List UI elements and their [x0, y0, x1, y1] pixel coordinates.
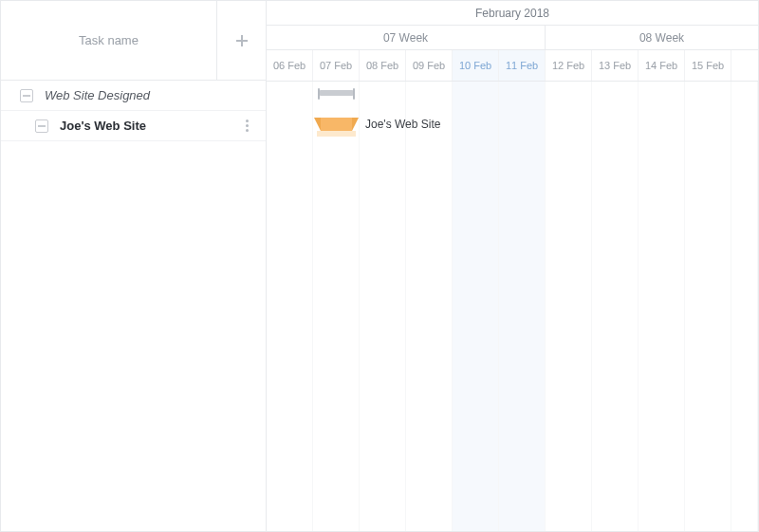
sidebar-header: Task name [1, 1, 266, 81]
timeline-grid-col [267, 82, 313, 531]
task-name-label: Web Site Designed [45, 88, 256, 102]
timeline-day-cell: 10 Feb [453, 50, 499, 81]
timeline-day-cell: 06 Feb [267, 50, 313, 81]
task-sidebar: Task name Web Site Designed Joe's Web Si… [1, 1, 267, 531]
timeline-grid-col [453, 82, 499, 531]
gantt-row [267, 82, 758, 112]
timeline-day-cell: 08 Feb [360, 50, 406, 81]
timeline-grid-col [731, 82, 758, 531]
timeline-day-cell: 13 Feb [592, 50, 639, 81]
plus-icon [234, 33, 250, 48]
timeline-grid-col [592, 82, 639, 531]
collapse-toggle[interactable] [20, 89, 33, 102]
task-row-menu-button[interactable] [237, 119, 256, 133]
task-bar[interactable]: Joe's Web Site [321, 118, 352, 137]
timeline-body[interactable]: Joe's Web Site [267, 82, 758, 531]
timeline-week-row: 07 Week08 Week [267, 26, 758, 50]
task-bar-shadow [317, 131, 356, 137]
timeline-week-cell: 07 Week [267, 26, 546, 49]
gantt-rows: Joe's Web Site [267, 82, 758, 142]
timeline-day-cell: 15 Feb [685, 50, 731, 81]
timeline-month-label: February 2018 [267, 1, 758, 26]
task-row[interactable]: Web Site Designed [1, 81, 266, 111]
collapse-toggle[interactable] [35, 119, 48, 133]
timeline-day-cell: 09 Feb [406, 50, 453, 81]
timeline-grid-col [546, 82, 592, 531]
timeline-day-row: 06 Feb07 Feb08 Feb09 Feb10 Feb11 Feb12 F… [267, 50, 758, 81]
dots-vertical-icon [246, 119, 249, 133]
task-bar-label: Joe's Web Site [365, 118, 440, 131]
timeline-day-cell: 11 Feb [499, 50, 546, 81]
timeline-grid [267, 82, 758, 531]
gantt-app: Task name Web Site Designed Joe's Web Si… [0, 0, 759, 532]
summary-bar[interactable] [319, 90, 354, 96]
task-row[interactable]: Joe's Web Site [1, 111, 266, 141]
task-name-label: Joe's Web Site [60, 119, 237, 133]
sidebar-header-label: Task name [1, 1, 216, 80]
timeline-grid-col [406, 82, 453, 531]
timeline-grid-col [639, 82, 685, 531]
timeline-grid-col [685, 82, 731, 531]
timeline-panel: February 2018 07 Week08 Week 06 Feb07 Fe… [267, 1, 758, 531]
minus-icon [23, 95, 30, 97]
task-row-list: Web Site Designed Joe's Web Site [1, 81, 266, 531]
timeline-grid-col [313, 82, 360, 531]
timeline-grid-col [499, 82, 546, 531]
timeline-header: February 2018 07 Week08 Week 06 Feb07 Fe… [267, 1, 758, 82]
timeline-week-cell: 08 Week [546, 26, 758, 49]
add-task-button[interactable] [216, 1, 266, 80]
minus-icon [38, 125, 46, 127]
timeline-grid-col [360, 82, 406, 531]
timeline-day-cell: 07 Feb [313, 50, 360, 81]
task-bar-body [321, 118, 352, 131]
timeline-day-cell: 14 Feb [639, 50, 685, 81]
timeline-day-cell: 12 Feb [546, 50, 592, 81]
gantt-row: Joe's Web Site [267, 112, 758, 142]
